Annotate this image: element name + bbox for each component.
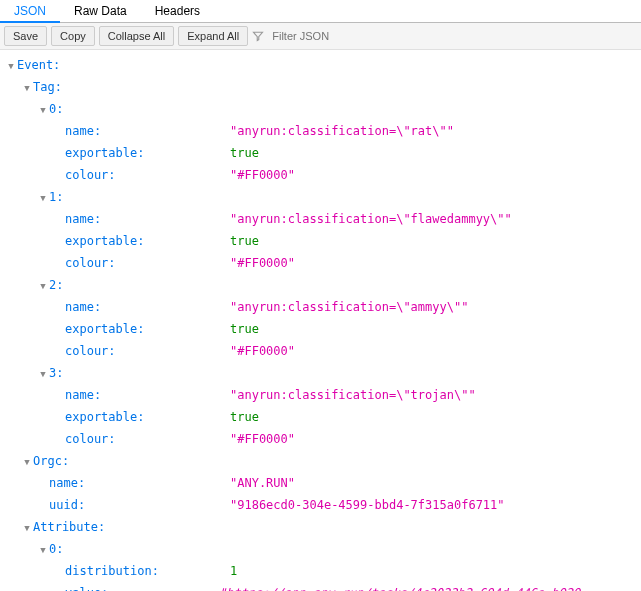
node-tag-3-exportable[interactable]: exportable: true — [6, 406, 635, 428]
key-attribute[interactable]: Attribute: — [33, 516, 153, 538]
key-exportable[interactable]: exportable: — [65, 146, 152, 160]
key-index-3[interactable]: 3: — [49, 362, 169, 384]
node-orgc-uuid[interactable]: uuid: "9186ecd0-304e-4599-bbd4-7f315a0f6… — [6, 494, 635, 516]
chevron-down-icon[interactable]: ▼ — [22, 457, 32, 467]
node-attr-value[interactable]: ▼ value: "https://app.any.run/tasks/4c20… — [6, 582, 635, 591]
key-orgc[interactable]: Orgc: — [33, 450, 153, 472]
key-index-2[interactable]: 2: — [49, 274, 169, 296]
key-name[interactable]: name: — [65, 124, 109, 138]
key-index-1[interactable]: 1: — [49, 186, 169, 208]
key-name[interactable]: name: — [65, 388, 109, 402]
key-index-0[interactable]: 0: — [49, 98, 169, 120]
node-event[interactable]: ▼ Event: — [6, 54, 635, 76]
node-tag-1-colour[interactable]: colour: "#FF0000" — [6, 252, 635, 274]
node-orgc[interactable]: ▼ Orgc: — [6, 450, 635, 472]
chevron-down-icon[interactable]: ▼ — [22, 83, 32, 93]
node-tag-3[interactable]: ▼ 3: — [6, 362, 635, 384]
key-colour[interactable]: colour: — [65, 256, 124, 270]
filter-input[interactable] — [268, 28, 368, 44]
key-colour[interactable]: colour: — [65, 344, 124, 358]
value-tag-1-name: "anyrun:classification=\"flawedammyy\"" — [230, 208, 512, 230]
value-tag-0-name: "anyrun:classification=\"rat\"" — [230, 120, 454, 142]
value-orgc-uuid: "9186ecd0-304e-4599-bbd4-7f315a0f6711" — [230, 494, 505, 516]
value-colour: "#FF0000" — [230, 252, 295, 274]
node-tag-2[interactable]: ▼ 2: — [6, 274, 635, 296]
chevron-down-icon[interactable]: ▼ — [22, 523, 32, 533]
tab-json[interactable]: JSON — [0, 0, 60, 23]
value-tag-3-name: "anyrun:classification=\"trojan\"" — [230, 384, 476, 406]
key-exportable[interactable]: exportable: — [65, 234, 152, 248]
value-true: true — [230, 406, 259, 428]
chevron-down-icon[interactable]: ▼ — [38, 105, 48, 115]
key-event[interactable]: Event: — [17, 54, 137, 76]
filter-icon — [252, 30, 264, 42]
node-tag-0-name[interactable]: name: "anyrun:classification=\"rat\"" — [6, 120, 635, 142]
node-tag-1-name[interactable]: name: "anyrun:classification=\"flawedamm… — [6, 208, 635, 230]
collapse-all-button[interactable]: Collapse All — [99, 26, 174, 46]
copy-button[interactable]: Copy — [51, 26, 95, 46]
node-tag[interactable]: ▼ Tag: — [6, 76, 635, 98]
key-name[interactable]: name: — [65, 212, 109, 226]
view-tabs: JSON Raw Data Headers — [0, 0, 641, 23]
key-name[interactable]: name: — [49, 476, 93, 490]
key-value[interactable]: value: — [65, 586, 116, 591]
node-tag-0[interactable]: ▼ 0: — [6, 98, 635, 120]
key-name[interactable]: name: — [65, 300, 109, 314]
node-tag-1-exportable[interactable]: exportable: true — [6, 230, 635, 252]
key-index-0[interactable]: 0: — [49, 538, 169, 560]
value-colour: "#FF0000" — [230, 428, 295, 450]
chevron-down-icon[interactable]: ▼ — [38, 281, 48, 291]
node-tag-3-colour[interactable]: colour: "#FF0000" — [6, 428, 635, 450]
node-attr-distribution[interactable]: distribution: 1 — [6, 560, 635, 582]
chevron-down-icon[interactable]: ▼ — [38, 193, 48, 203]
key-colour[interactable]: colour: — [65, 432, 124, 446]
expand-all-button[interactable]: Expand All — [178, 26, 248, 46]
key-tag[interactable]: Tag: — [33, 76, 153, 98]
filter-wrap — [252, 28, 368, 44]
value-colour: "#FF0000" — [230, 164, 295, 186]
node-tag-3-name[interactable]: name: "anyrun:classification=\"trojan\"" — [6, 384, 635, 406]
value-attr-value: "https://app.any.run/tasks/4c2023b2-694d… — [219, 582, 635, 591]
node-tag-1[interactable]: ▼ 1: — [6, 186, 635, 208]
value-colour: "#FF0000" — [230, 340, 295, 362]
value-true: true — [230, 318, 259, 340]
value-tag-2-name: "anyrun:classification=\"ammyy\"" — [230, 296, 468, 318]
chevron-down-icon[interactable]: ▼ — [38, 545, 48, 555]
tab-raw-data[interactable]: Raw Data — [60, 0, 141, 22]
toolbar: Save Copy Collapse All Expand All — [0, 23, 641, 50]
node-tag-0-exportable[interactable]: exportable: true — [6, 142, 635, 164]
value-distribution: 1 — [230, 560, 237, 582]
node-attribute-0[interactable]: ▼ 0: — [6, 538, 635, 560]
chevron-down-icon[interactable]: ▼ — [38, 369, 48, 379]
chevron-down-icon[interactable]: ▼ — [6, 61, 16, 71]
node-tag-0-colour[interactable]: colour: "#FF0000" — [6, 164, 635, 186]
json-tree: ▼ Event: ▼ Tag: ▼ 0: name: "anyrun:class… — [0, 50, 641, 591]
value-orgc-name: "ANY.RUN" — [230, 472, 295, 494]
tab-headers[interactable]: Headers — [141, 0, 214, 22]
key-exportable[interactable]: exportable: — [65, 322, 152, 336]
node-tag-2-exportable[interactable]: exportable: true — [6, 318, 635, 340]
node-tag-2-colour[interactable]: colour: "#FF0000" — [6, 340, 635, 362]
node-tag-2-name[interactable]: name: "anyrun:classification=\"ammyy\"" — [6, 296, 635, 318]
node-orgc-name[interactable]: name: "ANY.RUN" — [6, 472, 635, 494]
key-colour[interactable]: colour: — [65, 168, 124, 182]
node-attribute[interactable]: ▼ Attribute: — [6, 516, 635, 538]
value-true: true — [230, 142, 259, 164]
key-exportable[interactable]: exportable: — [65, 410, 152, 424]
key-uuid[interactable]: uuid: — [49, 498, 93, 512]
value-true: true — [230, 230, 259, 252]
save-button[interactable]: Save — [4, 26, 47, 46]
key-distribution[interactable]: distribution: — [65, 564, 167, 578]
